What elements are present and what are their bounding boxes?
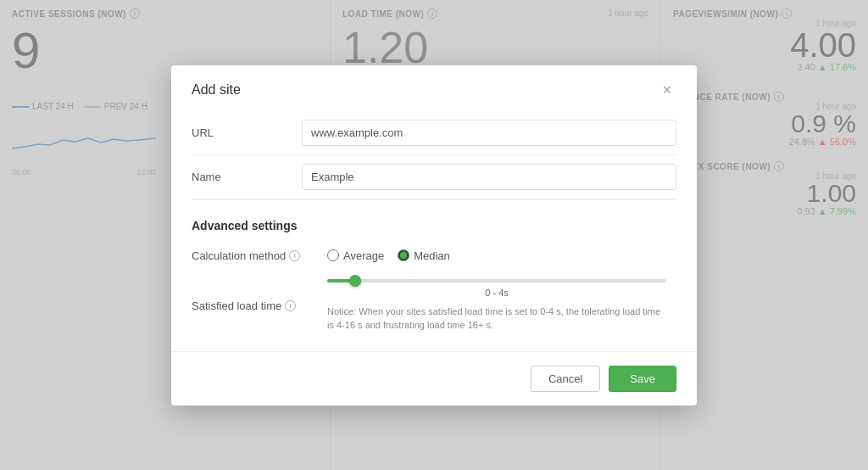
satisfied-load-time-row: Satisfied load time i 0 - 4s Notice: Whe… <box>192 271 676 341</box>
calculation-method-info-icon[interactable]: i <box>289 250 300 261</box>
satisfied-load-time-label: Satisfied load time i <box>192 299 327 312</box>
radio-median-label: Median <box>414 249 450 262</box>
advanced-settings-title: Advanced settings <box>192 219 676 232</box>
modal-close-button[interactable]: × <box>657 81 676 99</box>
save-button[interactable]: Save <box>609 366 676 392</box>
add-site-modal: Add site × URL Name Advanced settings <box>171 65 697 406</box>
slider-track <box>327 279 666 283</box>
calculation-method-label: Calculation method i <box>192 249 327 262</box>
modal-header: Add site × <box>171 65 697 111</box>
radio-average-label: Average <box>343 249 384 262</box>
modal-body: URL Name Advanced settings Calculation m… <box>171 111 697 341</box>
cancel-button[interactable]: Cancel <box>531 366 600 392</box>
slider-container: 0 - 4s Notice: When your sites satisfied… <box>327 279 676 333</box>
slider-track-wrapper <box>327 279 676 283</box>
radio-median-input[interactable] <box>398 249 409 261</box>
advanced-settings-section: Advanced settings Calculation method i A… <box>192 199 676 341</box>
radio-median-option[interactable]: Median <box>398 249 450 262</box>
modal-title: Add site <box>192 82 241 98</box>
slider-thumb[interactable] <box>349 275 361 287</box>
url-label: URL <box>192 126 302 139</box>
name-input[interactable] <box>302 164 676 190</box>
url-input[interactable] <box>302 120 676 146</box>
modal-overlay: Add site × URL Name Advanced settings <box>0 0 868 470</box>
url-row: URL <box>192 111 676 155</box>
name-row: Name <box>192 155 676 199</box>
radio-average-input[interactable] <box>327 249 339 261</box>
name-label: Name <box>192 171 302 183</box>
modal-footer: Cancel Save <box>171 351 697 406</box>
radio-average-option[interactable]: Average <box>327 249 384 262</box>
slider-range-label: 0 - 4s <box>327 288 666 298</box>
satisfied-load-time-info-icon[interactable]: i <box>285 300 296 311</box>
calculation-method-row: Calculation method i Average Median <box>192 241 676 271</box>
calculation-method-radio-group: Average Median <box>327 249 450 262</box>
slider-notice: Notice: When your sites satisfied load t… <box>327 305 666 333</box>
